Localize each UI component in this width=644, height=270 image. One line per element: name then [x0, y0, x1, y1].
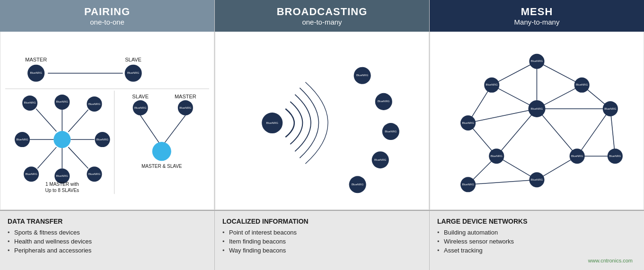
receiver-node-3-label: BlueNRG: [385, 130, 397, 133]
master-up8-label2: Up to 8 SLAVEs: [45, 188, 79, 193]
m-line-ac: [537, 61, 582, 85]
receiver-node-4-label: BlueNRG: [374, 158, 387, 161]
hub-line-3: [68, 110, 88, 132]
slave-node-2-label: BlueNRG: [56, 101, 69, 104]
ms-center-node: [152, 142, 171, 161]
mesh-node-k-label: BlueNRG: [609, 155, 621, 157]
top-section: PAIRING one-to-one MASTER SLAVE BlueNRG …: [0, 0, 644, 210]
mesh-node-e-label: BlueNRG: [531, 107, 543, 110]
mesh-node-c-label: BlueNRG: [576, 83, 588, 86]
master-slave-label: MASTER & SLAVE: [141, 164, 182, 169]
list-item-3: Peripherals and accessories: [8, 246, 205, 255]
data-transfer-title: DATA TRANSFER: [8, 218, 205, 225]
pairing-subtitle: one-to-one: [8, 18, 207, 26]
localized-info-list: Point of interest beacons Item finding b…: [222, 228, 420, 255]
broadcasting-header: BROADCASTING one-to-many: [215, 0, 429, 32]
broadcasting-subtitle: one-to-many: [222, 18, 422, 26]
localized-info-title: LOCALIZED INFORMATION: [222, 218, 420, 225]
hub-line-7: [37, 147, 56, 168]
list-item-6: Way finding beacons: [222, 246, 420, 255]
m-line-fh: [577, 109, 610, 156]
data-transfer-list: Sports & fitness devices Health and well…: [8, 228, 205, 255]
list-item-9: Asset tracking: [437, 246, 635, 255]
receiver-node-5-label: BlueNRG: [352, 183, 364, 186]
list-item-4: Point of interest beacons: [222, 228, 420, 237]
hub-line-1: [36, 109, 56, 131]
ms-line-1: [141, 115, 162, 147]
mesh-node-d-label: BlueNRG: [462, 122, 475, 124]
watermark-text: www.cntronics.com: [437, 258, 635, 263]
bottom-section: DATA TRANSFER Sports & fitness devices H…: [0, 210, 644, 270]
mesh-svg: BlueNRG BlueNRG BlueNRG BlueNRG BlueNRG …: [430, 32, 644, 209]
master-label-br: MASTER: [175, 94, 196, 99]
slave-node-top-label: BlueNRG: [127, 71, 140, 74]
main-container: PAIRING one-to-one MASTER SLAVE BlueNRG …: [0, 0, 644, 270]
mesh-node-f-label: BlueNRG: [604, 107, 617, 110]
bottom-col-broadcasting: LOCALIZED INFORMATION Point of interest …: [215, 211, 430, 270]
broadcaster-label: BlueNRG: [266, 122, 279, 124]
mesh-node-g-label: BlueNRG: [491, 155, 503, 157]
receiver-node-2-label: BlueNRG: [378, 100, 390, 103]
list-item-5: Item finding beacons: [222, 237, 420, 246]
master-node-br-label: BlueNRG: [179, 106, 192, 109]
hub-line-5: [68, 147, 88, 168]
slave-node-7-label: BlueNRG: [25, 173, 37, 175]
mesh-title: MESH: [437, 6, 636, 18]
master-up8-label1: 1 MASTER with: [45, 182, 79, 187]
mesh-diagram: BlueNRG BlueNRG BlueNRG BlueNRG BlueNRG …: [430, 32, 644, 210]
center-hub: [53, 131, 71, 148]
broadcasting-svg: BlueNRG BlueNRG BlueNRG: [215, 32, 429, 209]
pairing-header: PAIRING one-to-one: [0, 0, 214, 32]
list-item-2: Health and wellness devices: [8, 237, 205, 246]
pairing-column: PAIRING one-to-one MASTER SLAVE BlueNRG …: [0, 0, 215, 210]
broadcasting-diagram: BlueNRG BlueNRG BlueNRG: [215, 32, 429, 210]
large-device-list: Building automation Wireless sensor netw…: [437, 228, 635, 255]
pairing-diagram: MASTER SLAVE BlueNRG BlueNRG: [0, 32, 214, 210]
list-item-8: Wireless sensor networks: [437, 237, 635, 246]
receiver-node-1-label: BlueNRG: [356, 74, 369, 77]
m-line-ab: [492, 61, 537, 85]
pairing-svg: MASTER SLAVE BlueNRG BlueNRG: [0, 32, 214, 209]
master-node-top-label: BlueNRG: [30, 71, 42, 74]
arc2: [290, 102, 302, 144]
arc5: [305, 82, 328, 164]
pairing-title: PAIRING: [8, 6, 207, 18]
slave-label-br: SLAVE: [132, 94, 149, 99]
slave-node-8-label: BlueNRG: [16, 138, 28, 141]
m-line-eh: [537, 109, 577, 156]
slave-node-6-label: BlueNRG: [56, 174, 69, 177]
mesh-header: MESH Many-to-many: [430, 0, 644, 32]
mesh-node-h-label: BlueNRG: [571, 155, 583, 157]
mesh-node-b-label: BlueNRG: [486, 83, 498, 86]
list-item-1: Sports & fitness devices: [8, 228, 205, 237]
slave-label-top: SLAVE: [125, 57, 141, 62]
mesh-node-a-label: BlueNRG: [531, 60, 543, 62]
slave-node-1-label: BlueNRG: [24, 102, 36, 105]
broadcasting-title: BROADCASTING: [222, 6, 422, 18]
slave-node-5-label: BlueNRG: [88, 173, 101, 175]
master-label-top: MASTER: [25, 57, 47, 62]
large-device-title: LARGE DEVICE NETWORKS: [437, 218, 635, 225]
slave-node-4-label: BlueNRG: [97, 138, 109, 141]
ms-line-2: [162, 115, 185, 147]
m-line-ij: [468, 180, 537, 184]
bottom-col-pairing: DATA TRANSFER Sports & fitness devices H…: [0, 211, 215, 270]
slave-node-3-label: BlueNRG: [88, 103, 101, 105]
broadcasting-column: BROADCASTING one-to-many BlueNRG: [215, 0, 430, 210]
mesh-subtitle: Many-to-many: [437, 18, 636, 26]
mesh-column: MESH Many-to-many: [430, 0, 644, 210]
slave-node-br-label: BlueNRG: [134, 106, 147, 109]
arc1: [285, 109, 294, 137]
list-item-7: Building automation: [437, 228, 635, 237]
mesh-node-j-label: BlueNRG: [531, 178, 543, 181]
bottom-col-mesh: LARGE DEVICE NETWORKS Building automatio…: [430, 211, 644, 270]
mesh-node-i-label: BlueNRG: [462, 183, 475, 186]
